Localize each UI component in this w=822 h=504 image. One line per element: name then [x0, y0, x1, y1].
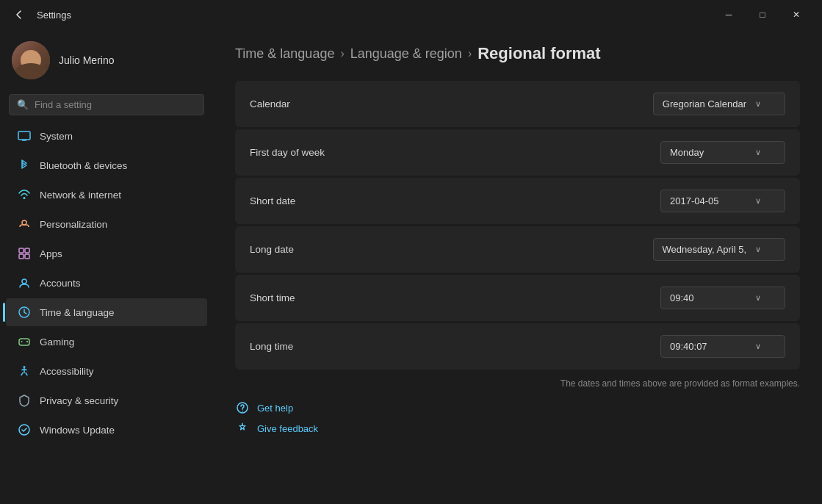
accessibility-icon — [18, 364, 31, 378]
user-name: Julio Merino — [59, 54, 114, 66]
search-icon: 🔍 — [17, 99, 29, 110]
maximize-button[interactable]: □ — [746, 3, 779, 26]
title-bar: Settings ─ □ ✕ — [0, 0, 822, 29]
short-time-dropdown-value: 09:40 — [670, 292, 694, 303]
svg-rect-8 — [25, 254, 29, 259]
get-help-icon — [235, 400, 250, 415]
personalization-icon — [18, 217, 31, 231]
svg-point-4 — [22, 220, 26, 225]
long-date-dropdown[interactable]: Wednesday, April 5, ∨ — [653, 238, 785, 261]
give-feedback-link[interactable]: Give feedback — [235, 421, 800, 436]
short-time-dropdown-arrow: ∨ — [755, 293, 761, 303]
time-language-label: Time & language — [40, 307, 115, 318]
format-note: The dates and times above are provided a… — [235, 378, 800, 389]
accounts-icon — [18, 276, 31, 289]
breadcrumb-sep-1: › — [340, 47, 344, 60]
search-input[interactable] — [35, 99, 196, 110]
nav-time-language[interactable]: Time & language — [6, 298, 207, 326]
nav-bluetooth[interactable]: Bluetooth & devices — [6, 151, 207, 179]
windows-update-icon — [18, 423, 31, 436]
nav-personalization[interactable]: Personalization — [6, 210, 207, 238]
short-date-dropdown-value: 2017-04-05 — [670, 195, 719, 206]
back-button[interactable] — [9, 4, 29, 25]
privacy-icon — [18, 394, 31, 407]
svg-rect-0 — [18, 132, 30, 140]
long-date-dropdown-value: Wednesday, April 5, — [663, 244, 746, 255]
long-time-label: Long time — [250, 341, 293, 352]
calendar-dropdown-arrow: ∨ — [755, 99, 761, 109]
give-feedback-icon — [235, 421, 250, 436]
privacy-label: Privacy & security — [40, 395, 118, 406]
breadcrumb-sep-2: › — [468, 47, 472, 60]
svg-point-9 — [22, 279, 26, 284]
gaming-icon — [18, 335, 31, 348]
apps-label: Apps — [40, 248, 62, 259]
main-layout: Julio Merino 🔍 System B — [0, 29, 822, 504]
short-time-label: Short time — [250, 292, 295, 303]
nav-accounts[interactable]: Accounts — [6, 269, 207, 297]
svg-rect-7 — [19, 254, 24, 259]
row-long-date: Long date Wednesday, April 5, ∨ — [235, 226, 800, 273]
bluetooth-icon — [18, 159, 31, 172]
footer-links: Get help Give feedback — [235, 400, 800, 436]
short-time-dropdown[interactable]: 09:40 ∨ — [660, 287, 785, 309]
gaming-label: Gaming — [40, 336, 74, 348]
breadcrumb: Time & language › Language & region › Re… — [235, 44, 800, 63]
network-icon — [18, 188, 31, 201]
svg-point-14 — [21, 341, 23, 342]
bluetooth-label: Bluetooth & devices — [40, 160, 127, 171]
window-controls: ─ □ ✕ — [712, 3, 813, 26]
first-day-dropdown[interactable]: Monday ∨ — [660, 141, 785, 164]
search-box[interactable]: 🔍 — [9, 94, 204, 115]
get-help-link[interactable]: Get help — [235, 400, 800, 415]
row-calendar: Calendar Gregorian Calendar ∨ — [235, 81, 800, 127]
calendar-dropdown[interactable]: Gregorian Calendar ∨ — [653, 93, 785, 115]
svg-point-18 — [242, 411, 243, 412]
avatar — [12, 41, 50, 79]
time-language-icon — [18, 306, 31, 319]
windows-update-label: Windows Update — [40, 425, 115, 436]
nav-apps[interactable]: Apps — [6, 240, 207, 267]
give-feedback-label: Give feedback — [257, 423, 318, 434]
long-time-dropdown-value: 09:40:07 — [670, 341, 707, 352]
calendar-label: Calendar — [250, 98, 290, 109]
personalization-label: Personalization — [40, 219, 107, 230]
nav-windows-update[interactable]: Windows Update — [6, 416, 207, 444]
nav-accessibility[interactable]: Accessibility — [6, 357, 207, 385]
avatar-body — [15, 63, 47, 79]
close-button[interactable]: ✕ — [779, 3, 813, 26]
long-time-dropdown-arrow: ∨ — [755, 342, 761, 351]
avatar-image — [12, 41, 50, 79]
calendar-dropdown-value: Gregorian Calendar — [663, 98, 746, 109]
long-date-dropdown-arrow: ∨ — [755, 245, 761, 254]
user-section[interactable]: Julio Merino — [0, 29, 213, 91]
nav-network[interactable]: Network & internet — [6, 181, 207, 209]
minimize-button[interactable]: ─ — [712, 3, 746, 26]
first-day-label: First day of week — [250, 147, 325, 158]
short-date-dropdown-arrow: ∨ — [755, 196, 761, 206]
short-date-label: Short date — [250, 195, 295, 206]
get-help-label: Get help — [257, 403, 293, 414]
long-time-dropdown[interactable]: 09:40:07 ∨ — [660, 335, 785, 358]
accessibility-label: Accessibility — [40, 366, 94, 377]
row-short-time: Short time 09:40 ∨ — [235, 275, 800, 321]
breadcrumb-language-region[interactable]: Language & region — [350, 46, 462, 62]
app-title: Settings — [37, 10, 71, 21]
nav-system[interactable]: System — [6, 122, 207, 150]
svg-rect-6 — [25, 248, 29, 253]
system-icon — [18, 129, 31, 143]
network-label: Network & internet — [40, 190, 121, 201]
breadcrumb-time-language[interactable]: Time & language — [235, 46, 334, 62]
svg-rect-5 — [19, 248, 24, 253]
apps-icon — [18, 247, 31, 260]
short-date-dropdown[interactable]: 2017-04-05 ∨ — [660, 190, 785, 212]
row-short-date: Short date 2017-04-05 ∨ — [235, 178, 800, 224]
system-label: System — [40, 131, 73, 142]
svg-point-3 — [24, 197, 26, 199]
first-day-dropdown-arrow: ∨ — [755, 148, 761, 157]
nav-gaming[interactable]: Gaming — [6, 328, 207, 356]
content-area: Time & language › Language & region › Re… — [213, 29, 822, 504]
long-date-label: Long date — [250, 244, 294, 255]
nav-privacy[interactable]: Privacy & security — [6, 386, 207, 414]
accounts-label: Accounts — [40, 278, 81, 289]
